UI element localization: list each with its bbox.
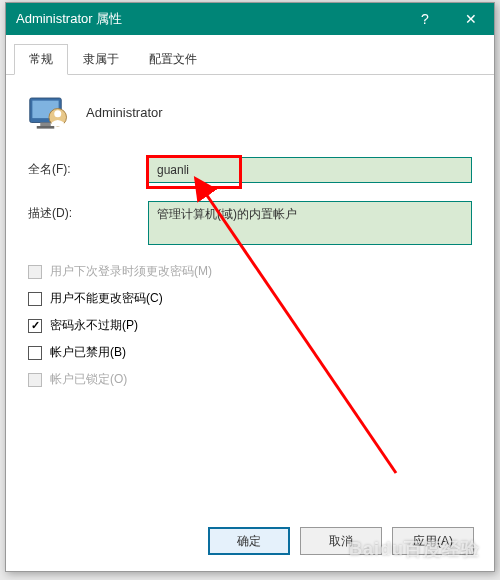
description-label: 描述(D): (28, 201, 148, 222)
watermark: Baidu百度经验 (349, 537, 480, 561)
fullname-input[interactable] (148, 157, 472, 183)
help-button[interactable]: ? (402, 3, 448, 35)
checkbox-cannot-change-label: 用户不能更改密码(C) (50, 290, 163, 307)
tab-member-of[interactable]: 隶属于 (68, 44, 134, 75)
checkbox-disabled-row[interactable]: 帐户已禁用(B) (28, 344, 472, 361)
checkbox-never-expire[interactable] (28, 319, 42, 333)
fullname-label: 全名(F): (28, 157, 148, 178)
tab-strip: 常规 隶属于 配置文件 (6, 35, 494, 75)
checkbox-never-expire-row[interactable]: 密码永不过期(P) (28, 317, 472, 334)
user-name-label: Administrator (86, 105, 163, 120)
checkbox-must-change-row: 用户下次登录时须更改密码(M) (28, 263, 472, 280)
checkbox-locked-label: 帐户已锁定(O) (50, 371, 127, 388)
svg-rect-3 (37, 126, 55, 129)
tab-general[interactable]: 常规 (14, 44, 68, 75)
checkbox-cannot-change-row[interactable]: 用户不能更改密码(C) (28, 290, 472, 307)
svg-point-5 (54, 110, 61, 117)
checkbox-disabled[interactable] (28, 346, 42, 360)
close-button[interactable]: ✕ (448, 3, 494, 35)
tab-profile[interactable]: 配置文件 (134, 44, 212, 75)
checkbox-cannot-change[interactable] (28, 292, 42, 306)
tab-content: Administrator 全名(F): 描述(D): 管理计算机(域)的内置帐… (6, 75, 494, 414)
description-row: 描述(D): 管理计算机(域)的内置帐户 (28, 201, 472, 245)
titlebar: Administrator 属性 ? ✕ (6, 3, 494, 35)
titlebar-buttons: ? ✕ (402, 3, 494, 35)
window-title: Administrator 属性 (16, 10, 402, 28)
properties-dialog: Administrator 属性 ? ✕ 常规 隶属于 配置文件 Adminis… (5, 2, 495, 572)
user-header: Administrator (28, 91, 472, 133)
checkbox-group: 用户下次登录时须更改密码(M) 用户不能更改密码(C) 密码永不过期(P) 帐户… (28, 263, 472, 388)
user-icon (28, 91, 70, 133)
checkbox-disabled-label: 帐户已禁用(B) (50, 344, 126, 361)
description-input[interactable]: 管理计算机(域)的内置帐户 (148, 201, 472, 245)
checkbox-locked (28, 373, 42, 387)
ok-button[interactable]: 确定 (208, 527, 290, 555)
fullname-row: 全名(F): (28, 157, 472, 183)
checkbox-locked-row: 帐户已锁定(O) (28, 371, 472, 388)
checkbox-must-change-label: 用户下次登录时须更改密码(M) (50, 263, 212, 280)
svg-rect-2 (40, 123, 51, 127)
checkbox-never-expire-label: 密码永不过期(P) (50, 317, 138, 334)
checkbox-must-change (28, 265, 42, 279)
